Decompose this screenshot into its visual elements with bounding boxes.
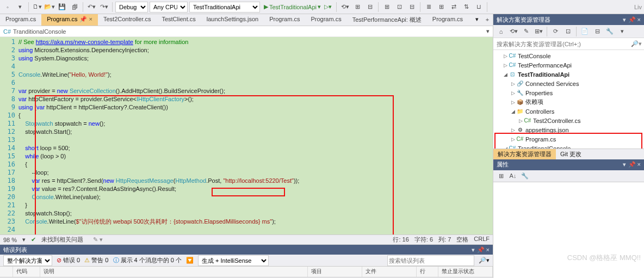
tab-add-icon[interactable]: +: [482, 14, 493, 25]
close-icon[interactable]: ×: [89, 16, 92, 22]
warn-count[interactable]: ⚠ 警告 0: [84, 256, 108, 264]
sol-ic5[interactable]: ⊡: [562, 26, 573, 37]
filter-icon[interactable]: 🔽: [186, 257, 194, 264]
tb-ic7[interactable]: ≣: [423, 2, 434, 13]
status-line: 行: 16: [393, 236, 408, 244]
sol-search-input[interactable]: [493, 40, 629, 48]
sol-ic7[interactable]: ⊟: [592, 26, 603, 37]
tn-ctrls[interactable]: ◢📁Controllers: [493, 107, 644, 116]
zoom-level[interactable]: 98 %: [3, 237, 17, 243]
tn-test2[interactable]: ▷C#Test2Controller.cs: [493, 116, 644, 125]
nav-back-icon[interactable]: ◦: [2, 2, 13, 13]
err-scope-select[interactable]: 整个解决方案: [3, 255, 52, 266]
solution-explorer: 解决方案资源管理器 ▾ 📌 × ⌂ ⟲▾ ✎ ⊞▾ ⟳ ⊡ 📄 ⊟ 🔧 ▾ 🔎▾…: [493, 14, 644, 278]
sol-ic3[interactable]: ⊞▾: [533, 26, 544, 37]
editor-status: 98 % ▾ ✔ 未找到相关问题 ✎ ▾ 行: 16 字符: 6 列: 7 空格…: [0, 234, 493, 244]
main-toolbar: ◦ ▾ 🗋▾ 📂▾ 💾 🗐 ↶▾ ↷▾ Debug Any CPU TestTr…: [0, 0, 644, 14]
tab-program0[interactable]: Program.cs: [0, 14, 41, 26]
tb-ic1[interactable]: ⟲▾: [339, 2, 350, 13]
status-space: 空格: [456, 236, 468, 244]
tb-ic4[interactable]: ⊞: [381, 2, 392, 13]
err-col-headers: 代码 说明 项目 文件 行 禁止显示状态: [0, 267, 493, 277]
tn-trand[interactable]: ◢C#TranditionalConsole: [493, 144, 644, 149]
nav-fwd-icon[interactable]: ▾: [15, 2, 26, 13]
crumb-project[interactable]: TranditionalConsole: [13, 28, 66, 35]
startup-select[interactable]: TestTraditionalApi: [189, 2, 260, 13]
save-all-icon[interactable]: 🗐: [69, 2, 80, 13]
start-no-debug-icon[interactable]: ▷▾: [323, 2, 333, 13]
tab-program7[interactable]: Program.cs: [427, 14, 468, 26]
sol-tab-sol[interactable]: 解决方案资源管理器: [493, 149, 556, 159]
tb-ic6[interactable]: ⊟: [406, 2, 417, 13]
wrench-icon[interactable]: 🔧: [519, 170, 530, 181]
pin-icon[interactable]: ▾ 📌 ×: [623, 161, 641, 168]
sol-toolbar: ⌂ ⟲▾ ✎ ⊞▾ ⟳ ⊡ 📄 ⊟ 🔧 ▾: [493, 25, 644, 38]
sol-ic2[interactable]: ✎: [521, 26, 531, 37]
tn-testperf[interactable]: ▷C#TestPerformanceApi: [493, 60, 644, 70]
tab-program4[interactable]: Program.cs: [264, 14, 305, 26]
error-list-header: 错误列表 ▾ 📌 ×: [0, 245, 493, 255]
code-body[interactable]: // See https://aka.ms/new-console-templa…: [18, 37, 493, 234]
start-button[interactable]: ▶ TestTraditionalApi ▾: [264, 3, 321, 10]
sol-ic8[interactable]: ▾: [617, 26, 628, 37]
tn-properties[interactable]: ▷🔧Properties: [493, 88, 644, 97]
new-icon[interactable]: 🗋▾: [32, 2, 42, 13]
tn-deps[interactable]: ▷📦依赖项: [493, 97, 644, 107]
platform-select[interactable]: Any CPU: [150, 2, 188, 13]
redo-icon[interactable]: ↷▾: [98, 2, 109, 13]
breadcrumb: C# TranditionalConsole ▾: [0, 26, 493, 37]
line-gutter: 1234567891011121314151617181920212223242…: [0, 37, 18, 234]
props-toolbar: ⊞ A↓ 🔧: [493, 170, 644, 182]
start-label: TestTraditionalApi: [269, 4, 317, 10]
tn-prog1[interactable]: ▷C#Program.cs: [493, 134, 644, 144]
save-icon[interactable]: 💾: [57, 2, 67, 13]
tab-overflow-icon[interactable]: ▾: [472, 14, 482, 26]
tab-perf[interactable]: TestPerformanceApi: 概述: [347, 14, 427, 26]
pin-icon[interactable]: ▾ 📌 ×: [623, 16, 641, 23]
home-icon[interactable]: ⌂: [496, 26, 506, 37]
live-share[interactable]: Liv: [634, 4, 642, 10]
err-source-select[interactable]: 生成 + IntelliSense: [198, 255, 269, 266]
pin-icon[interactable]: ▾ 📌 ×: [472, 246, 490, 254]
tb-ic10[interactable]: ⇅: [461, 2, 472, 13]
tb-ic11[interactable]: ⊔: [473, 2, 484, 13]
tab-test2ctrl[interactable]: Test2Controller.cs: [98, 14, 156, 26]
tn-connected[interactable]: ▷🔗Connected Services: [493, 79, 644, 88]
crumb-dd[interactable]: ▾: [486, 28, 490, 35]
tb-ic8[interactable]: ⊞: [436, 2, 447, 13]
tn-testconsole[interactable]: ▷C#TestConsole: [493, 51, 644, 60]
pin-icon[interactable]: 📌: [79, 16, 87, 22]
err-count[interactable]: ⊘ 错误 0: [57, 256, 80, 264]
tb-ic5[interactable]: ⊡: [394, 2, 405, 13]
code-editor[interactable]: 1234567891011121314151617181920212223242…: [0, 37, 493, 234]
tn-appsett[interactable]: ▷⚙appsettings.json: [493, 125, 644, 134]
sol-bottom-tabs: 解决方案资源管理器 Git 更改: [493, 149, 644, 159]
sol-tab-git[interactable]: Git 更改: [556, 149, 586, 159]
tb-ic9[interactable]: ⇄: [448, 2, 459, 13]
config-select[interactable]: Debug: [115, 2, 148, 13]
tab-launch[interactable]: launchSettings.json: [201, 14, 264, 26]
msg-count[interactable]: ⓘ 展示 4 个消息中的 0 个: [113, 256, 182, 264]
tn-testtrad[interactable]: ◢⊡TestTraditionalApi: [493, 70, 644, 79]
tab-testclient[interactable]: TestClient.cs: [156, 14, 201, 26]
sol-tree: ▷C#TestConsole ▷C#TestPerformanceApi ◢⊡T…: [493, 50, 644, 149]
sol-ic6[interactable]: 📄: [579, 26, 590, 37]
tab-program5[interactable]: Program.cs: [305, 14, 346, 26]
cat-icon[interactable]: ⊞: [496, 170, 506, 181]
tb-ic3[interactable]: ⊟: [364, 2, 375, 13]
tb-ic2[interactable]: ⊞: [352, 2, 363, 13]
sol-ic1[interactable]: ⟲▾: [508, 26, 519, 37]
status-char: 字符: 6: [414, 236, 433, 244]
open-icon[interactable]: 📂▾: [44, 2, 55, 13]
props-header: 属性 ▾ 📌 ×: [493, 159, 644, 170]
issues-text: 未找到相关问题: [41, 236, 83, 244]
undo-icon[interactable]: ↶▾: [86, 2, 97, 13]
status-crlf: CRLF: [474, 236, 490, 244]
sol-ic4[interactable]: ⟳: [550, 26, 561, 37]
tab-program1[interactable]: Program.cs 📌×: [41, 14, 98, 26]
az-icon[interactable]: A↓: [507, 170, 518, 181]
search-dd-icon[interactable]: 🔎▾: [629, 40, 644, 47]
search-dd-icon[interactable]: 🔎▾: [479, 257, 490, 264]
err-search-input[interactable]: [387, 255, 474, 266]
wrench-icon[interactable]: 🔧: [604, 26, 615, 37]
